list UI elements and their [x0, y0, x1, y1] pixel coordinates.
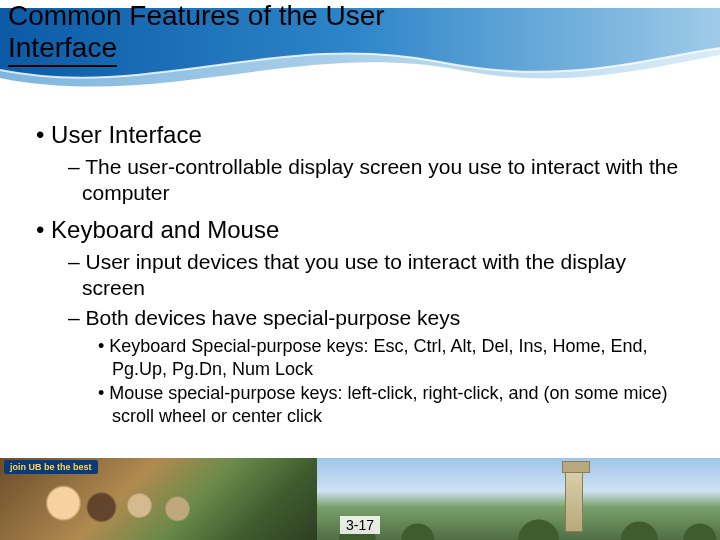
subbullet-text: The user-controllable display screen you…: [82, 154, 690, 207]
title-line-1: Common Features of the User: [8, 0, 385, 31]
slide-number: 3-17: [340, 516, 380, 534]
subsubbullet-text: Mouse special-purpose keys: left-click, …: [112, 382, 690, 427]
bullet-text: Keyboard and Mouse: [44, 215, 690, 245]
title-line-2: Interface: [8, 32, 117, 67]
subbullet: Both devices have special-purpose keys K…: [68, 305, 690, 427]
footer-photo-people: join UB be the best: [0, 458, 317, 540]
slide-body: User Interface The user-controllable dis…: [30, 120, 690, 435]
subbullet: User input devices that you use to inter…: [68, 249, 690, 302]
subbullet-text: Both devices have special-purpose keys: [82, 305, 690, 331]
subsubbullet: Mouse special-purpose keys: left-click, …: [98, 382, 690, 427]
subbullet: The user-controllable display screen you…: [68, 154, 690, 207]
subsubbullet-text: Keyboard Special-purpose keys: Esc, Ctrl…: [112, 335, 690, 380]
bullet-text: User Interface: [44, 120, 690, 150]
bullet-keyboard-mouse: Keyboard and Mouse User input devices th…: [30, 215, 690, 428]
slide: Common Features of the User Interface Us…: [0, 0, 720, 540]
subsubbullet: Keyboard Special-purpose keys: Esc, Ctrl…: [98, 335, 690, 380]
bullet-user-interface: User Interface The user-controllable dis…: [30, 120, 690, 207]
subbullet-text: User input devices that you use to inter…: [82, 249, 690, 302]
footer-banner-text: join UB be the best: [4, 460, 98, 474]
slide-title: Common Features of the User Interface: [8, 0, 700, 67]
